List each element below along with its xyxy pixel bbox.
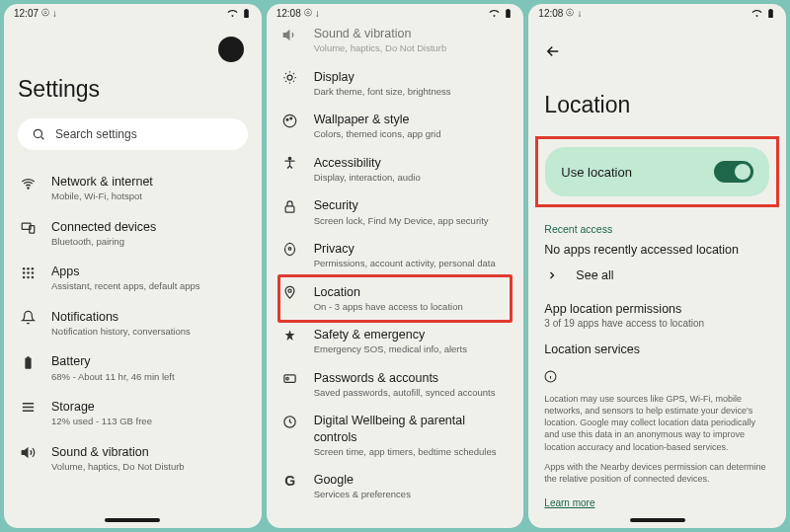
- item-wellbeing[interactable]: Digital Wellbeing & parental controlsScr…: [280, 406, 511, 465]
- item-display[interactable]: DisplayDark theme, font size, brightness: [280, 62, 511, 106]
- back-icon[interactable]: [544, 42, 562, 60]
- info-text-1: Location may use sources like GPS, Wi-Fi…: [542, 393, 772, 453]
- item-passwords[interactable]: Passwords & accountsSaved passwords, aut…: [280, 363, 511, 407]
- download-icon: ↓: [52, 8, 57, 19]
- notification-icon: ⦾: [566, 7, 574, 19]
- phone-location-settings: 12:08 ⦾ ↓ Location Use location Recent a…: [528, 4, 786, 528]
- item-sub: Mobile, Wi-Fi, hotspot: [51, 190, 246, 202]
- item-title: Wallpaper & style: [314, 112, 509, 127]
- page-title: Settings: [18, 76, 248, 103]
- use-location-toggle[interactable]: Use location: [545, 147, 769, 196]
- item-title: Battery: [51, 353, 246, 369]
- item-location[interactable]: LocationOn - 3 apps have access to locat…: [277, 274, 514, 324]
- item-sub: Volume, haptics, Do Not Disturb: [314, 42, 509, 54]
- statusbar: 12:08 ⦾ ↓: [528, 4, 786, 21]
- item-title: Google: [314, 472, 509, 488]
- statusbar: 12:07 ⦾ ↓: [4, 4, 262, 21]
- svg-point-8: [27, 271, 30, 274]
- avatar[interactable]: [218, 37, 244, 62]
- item-sub: 68% - About 11 hr, 46 min left: [51, 371, 246, 383]
- nav-handle[interactable]: [630, 518, 685, 522]
- privacy-icon: [282, 242, 297, 257]
- item-apps[interactable]: AppsAssistant, recent apps, default apps: [18, 256, 248, 301]
- item-connected[interactable]: Connected devicesBluetooth, pairing: [18, 211, 248, 257]
- highlight-use-location: Use location: [535, 136, 779, 207]
- svg-point-11: [27, 275, 30, 278]
- see-all-label: See all: [576, 268, 613, 282]
- item-wallpaper[interactable]: Wallpaper & styleColors, themed icons, a…: [280, 105, 511, 148]
- app-permissions-sub: 3 of 19 apps have access to location: [544, 318, 772, 329]
- item-sub: Services & preferences: [314, 489, 509, 500]
- apps-icon: [21, 266, 36, 280]
- lock-icon: [282, 199, 297, 214]
- item-title: Location: [314, 284, 509, 300]
- location-services-title[interactable]: Location services: [544, 342, 772, 356]
- notification-icon: ⦾: [304, 7, 312, 19]
- item-title: Connected devices: [51, 219, 246, 235]
- item-sub: On - 3 apps have access to location: [314, 301, 509, 313]
- item-accessibility[interactable]: AccessibilityDisplay, interaction, audio: [280, 148, 511, 191]
- devices-icon: [21, 220, 36, 235]
- item-security[interactable]: SecurityScreen lock, Find My Device, app…: [280, 190, 511, 234]
- item-title: Display: [314, 69, 509, 85]
- item-notifications[interactable]: NotificationsNotification history, conve…: [18, 301, 248, 346]
- svg-point-19: [288, 158, 291, 161]
- wifi-icon: [21, 176, 36, 190]
- item-privacy[interactable]: PrivacyPermissions, account activity, pe…: [280, 234, 511, 277]
- see-all-button[interactable]: See all: [542, 263, 772, 296]
- no-apps-text: No apps recently accessed location: [544, 243, 772, 257]
- recent-access-label: Recent access: [544, 223, 772, 235]
- search-placeholder: Search settings: [55, 127, 137, 141]
- item-google[interactable]: G GoogleServices & preferences: [280, 465, 511, 508]
- item-title: Sound & vibration: [51, 444, 246, 460]
- item-sub: Bluetooth, pairing: [51, 236, 246, 248]
- chevron-right-icon: [546, 269, 558, 281]
- bell-icon: [21, 310, 36, 325]
- switch-on[interactable]: [714, 161, 753, 183]
- svg-marker-13: [22, 448, 28, 457]
- item-title: Storage: [51, 399, 246, 415]
- nav-handle[interactable]: [105, 518, 160, 522]
- svg-point-7: [22, 271, 25, 274]
- svg-marker-14: [283, 31, 289, 39]
- item-sub: Screen time, app timers, bedtime schedul…: [314, 446, 509, 458]
- svg-point-18: [290, 117, 292, 119]
- clock: 12:07: [14, 8, 39, 19]
- learn-more-link[interactable]: Learn more: [542, 497, 594, 508]
- item-storage[interactable]: Storage12% used - 113 GB free: [18, 391, 248, 436]
- item-title: Notifications: [51, 309, 246, 325]
- clock: 12:08: [276, 8, 301, 19]
- app-permissions-title[interactable]: App location permissions: [544, 302, 772, 316]
- location-icon: [282, 285, 297, 300]
- battery-icon: [765, 8, 776, 19]
- item-network[interactable]: Network & internetMobile, Wi-Fi, hotspot: [18, 166, 248, 211]
- item-sound[interactable]: Sound & vibrationVolume, haptics, Do Not…: [280, 21, 511, 62]
- page-title: Location: [544, 92, 772, 118]
- item-title: Sound & vibration: [314, 26, 509, 41]
- item-sub: Screen lock, Find My Device, app securit…: [314, 215, 509, 227]
- svg-point-15: [287, 75, 292, 80]
- notification-icon: ⦾: [41, 7, 49, 19]
- battery-icon: [241, 8, 252, 19]
- search-icon: [32, 127, 45, 141]
- item-sub: Assistant, recent apps, default apps: [51, 280, 246, 292]
- info-icon: [544, 370, 557, 383]
- svg-point-16: [283, 114, 296, 127]
- item-title: Accessibility: [314, 155, 509, 171]
- item-sound[interactable]: Sound & vibrationVolume, haptics, Do Not…: [18, 436, 248, 482]
- accessibility-icon: [282, 156, 297, 171]
- item-battery[interactable]: Battery68% - About 11 hr, 46 min left: [18, 345, 248, 391]
- volume-icon: [21, 445, 36, 460]
- svg-point-17: [286, 118, 288, 120]
- svg-point-1: [27, 187, 28, 188]
- svg-point-4: [22, 267, 25, 270]
- item-sub: Emergency SOS, medical info, alerts: [314, 343, 509, 355]
- item-title: Security: [314, 197, 509, 213]
- battery-icon: [21, 355, 36, 370]
- item-sub: 12% used - 113 GB free: [51, 416, 246, 427]
- item-sub: Dark theme, font size, brightness: [314, 86, 509, 98]
- search-input[interactable]: Search settings: [18, 118, 248, 150]
- item-safety[interactable]: Safety & emergencyEmergency SOS, medical…: [280, 320, 511, 363]
- svg-point-0: [34, 129, 41, 137]
- item-sub: Colors, themed icons, app grid: [314, 128, 509, 140]
